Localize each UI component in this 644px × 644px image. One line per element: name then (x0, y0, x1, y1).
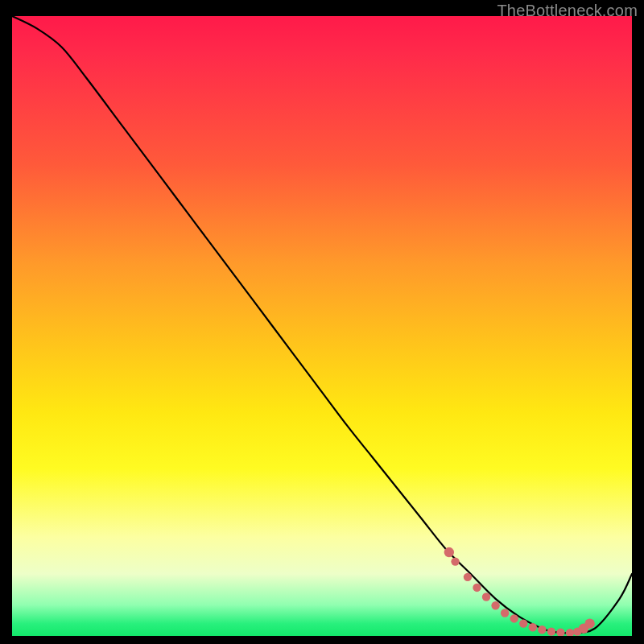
valley-marker-dot (491, 601, 499, 609)
valley-marker-dot (538, 625, 546, 634)
valley-marker-dot (510, 614, 518, 622)
valley-marker-dot (556, 629, 564, 636)
valley-marker-dot (529, 623, 537, 631)
bottleneck-curve-path (12, 16, 632, 633)
valley-marker-dot (451, 557, 459, 565)
valley-marker-dot (566, 629, 574, 636)
valley-marker-dot (501, 609, 509, 617)
valley-marker-dot (473, 584, 481, 592)
valley-marker-dot (464, 573, 472, 581)
curve-layer (12, 16, 632, 636)
valley-marker-dot (444, 547, 454, 557)
valley-marker-dot (547, 627, 555, 635)
chart-stage: TheBottleneck.com (0, 0, 644, 644)
plot-area (12, 16, 632, 636)
valley-marker-dot (482, 592, 490, 601)
valley-marker-dot (584, 618, 594, 628)
valley-marker-dot (519, 619, 527, 627)
valley-marker-group (444, 547, 595, 636)
